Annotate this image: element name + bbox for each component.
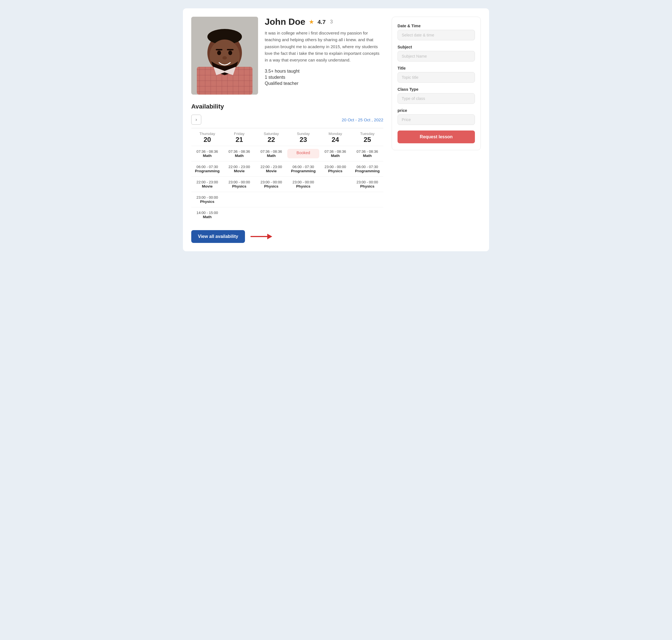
day-name-thu: Thursday [191,132,223,136]
slot-sat-2[interactable]: 22:00 - 23:00 Movie [255,164,287,174]
slot-sat-1[interactable]: 07:36 - 08:36 Math [255,149,287,158]
chevron-right-icon: › [196,117,197,122]
day-name-sat: Saturday [255,132,287,136]
svg-point-8 [228,50,232,55]
slot-thu-1[interactable]: 07:36 - 08:36 Math [191,149,223,158]
slot-fri-4-empty [223,195,255,204]
day-num-sat: 22 [255,136,287,144]
slot-fri-5-empty [223,210,255,220]
slot-thu-3[interactable]: 22:00 - 23:00 Movie [191,179,223,189]
slot-mon-4-empty [319,195,351,204]
subject-input[interactable] [398,51,475,61]
slot-row-2: 06:00 - 07:30 Programming 22:00 - 23:00 … [191,161,383,176]
star-icon: ★ [309,18,314,26]
left-section: John Doe ★ 4.7 3 It was in college where… [191,17,383,243]
booking-card: Date & Time Subject Title Class Type pri… [392,17,481,150]
date-time-group: Date & Time [398,24,475,40]
arrow-head-icon [267,234,272,239]
calendar-header: Thursday 20 Friday 21 Saturday 22 Sunday… [191,128,383,146]
main-container: John Doe ★ 4.7 3 It was in college where… [183,8,489,251]
svg-point-7 [217,50,221,55]
slot-sun-1-booked: Booked [287,149,319,158]
subject-group: Subject [398,45,475,61]
day-header-tue: Tuesday 25 [351,132,383,146]
stat-qualification: Qualified teacher [265,81,383,86]
day-header-sun: Sunday 23 [287,132,319,146]
slot-mon-1[interactable]: 07:36 - 08:36 Math [319,149,351,158]
slot-fri-2[interactable]: 22:00 - 23:00 Movie [223,164,255,174]
view-all-button[interactable]: View all availability [191,230,245,243]
slot-mon-5-empty [319,210,351,220]
day-header-mon: Monday 24 [319,132,351,146]
name-row: John Doe ★ 4.7 3 [265,17,383,27]
arrow-indicator [251,234,272,239]
slot-mon-3-empty [319,179,351,189]
slot-tue-1[interactable]: 07:36 - 08:36 Math [351,149,383,158]
bio-text: It was in college where i first discover… [265,30,383,64]
date-range: 20 Oct - 25 Oct , 2022 [342,117,383,122]
day-num-tue: 25 [351,136,383,144]
slot-row-4: 23:00 - 00:00 Physics [191,192,383,207]
svg-point-11 [223,56,227,60]
profile-info: John Doe ★ 4.7 3 It was in college where… [265,17,383,94]
slot-sun-2[interactable]: 06:00 - 07:30 Programming [287,164,319,174]
day-num-mon: 24 [319,136,351,144]
calendar-nav: › 20 Oct - 25 Oct , 2022 [191,115,383,125]
request-lesson-button[interactable]: Request lesson [398,131,475,143]
slot-row-3: 22:00 - 23:00 Movie 23:00 - 00:00 Physic… [191,176,383,192]
slot-tue-4-empty [351,195,383,204]
day-header-sat: Saturday 22 [255,132,287,146]
slot-row-1: 07:36 - 08:36 Math 07:36 - 08:36 Math 07… [191,146,383,161]
availability-section: Availability › 20 Oct - 25 Oct , 2022 Th… [191,103,383,243]
day-name-fri: Friday [223,132,255,136]
slot-sun-3[interactable]: 23:00 - 00:00 Physics [287,179,319,189]
day-num-fri: 21 [223,136,255,144]
stat-students: 1 students [265,75,383,80]
day-num-sun: 23 [287,136,319,144]
day-name-mon: Monday [319,132,351,136]
price-input[interactable] [398,114,475,125]
slot-sat-5-empty [255,210,287,220]
title-group: Title [398,66,475,83]
view-all-row: View all availability [191,230,383,243]
subject-label: Subject [398,45,475,49]
stat-hours: 3.5+ hours taught [265,69,383,74]
slot-tue-5-empty [351,210,383,220]
slot-sat-4-empty [255,195,287,204]
teacher-name: John Doe [265,17,305,27]
rating-value: 4.7 [318,19,326,25]
slot-sun-5-empty [287,210,319,220]
svg-rect-9 [216,49,223,50]
day-header-thu: Thursday 20 [191,132,223,146]
slot-row-5: 14:00 - 15:00 Math [191,207,383,222]
class-type-input[interactable] [398,93,475,104]
price-label: price [398,108,475,113]
class-type-label: Class Type [398,87,475,91]
slot-tue-2[interactable]: 06:00 - 07:30 Programming [351,164,383,174]
right-section: Date & Time Subject Title Class Type pri… [392,17,481,243]
avatar [191,17,258,94]
day-num-thu: 20 [191,136,223,144]
slot-thu-4[interactable]: 23:00 - 00:00 Physics [191,195,223,204]
day-name-sun: Sunday [287,132,319,136]
slot-fri-3[interactable]: 23:00 - 00:00 Physics [223,179,255,189]
slot-fri-1[interactable]: 07:36 - 08:36 Math [223,149,255,158]
day-header-fri: Friday 21 [223,132,255,146]
slot-sat-3[interactable]: 23:00 - 00:00 Physics [255,179,287,189]
stats-list: 3.5+ hours taught 1 students Qualified t… [265,69,383,86]
slot-thu-5[interactable]: 14:00 - 15:00 Math [191,210,223,220]
profile-area: John Doe ★ 4.7 3 It was in college where… [191,17,383,94]
date-time-label: Date & Time [398,24,475,28]
slot-sun-4-empty [287,195,319,204]
slot-thu-2[interactable]: 06:00 - 07:30 Programming [191,164,223,174]
slot-tue-3[interactable]: 23:00 - 00:00 Physics [351,179,383,189]
price-group: price [398,108,475,125]
availability-title: Availability [191,103,383,110]
title-input[interactable] [398,72,475,83]
prev-nav-button[interactable]: › [191,115,201,125]
svg-rect-10 [227,49,233,50]
slot-mon-2[interactable]: 23:00 - 00:00 Physics [319,164,351,174]
class-type-group: Class Type [398,87,475,104]
date-time-input[interactable] [398,30,475,40]
arrow-line [251,236,267,237]
